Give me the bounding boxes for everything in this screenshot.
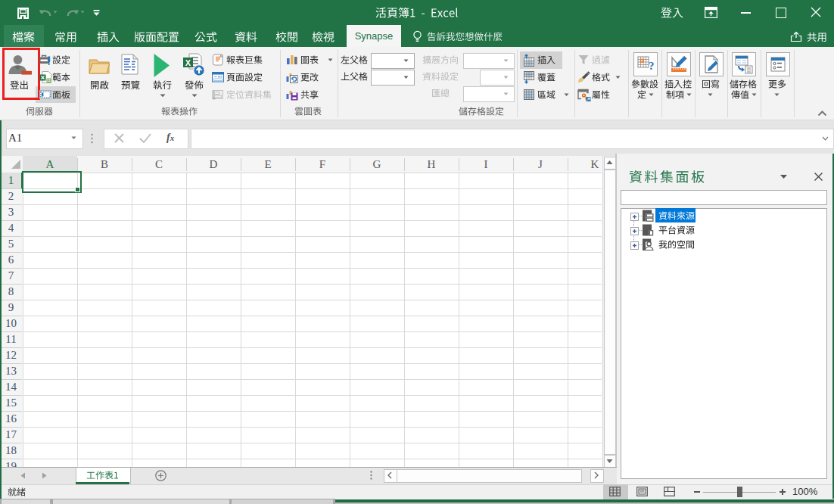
- svg-text:X: X: [185, 58, 191, 67]
- svg-text:?: ?: [649, 60, 655, 72]
